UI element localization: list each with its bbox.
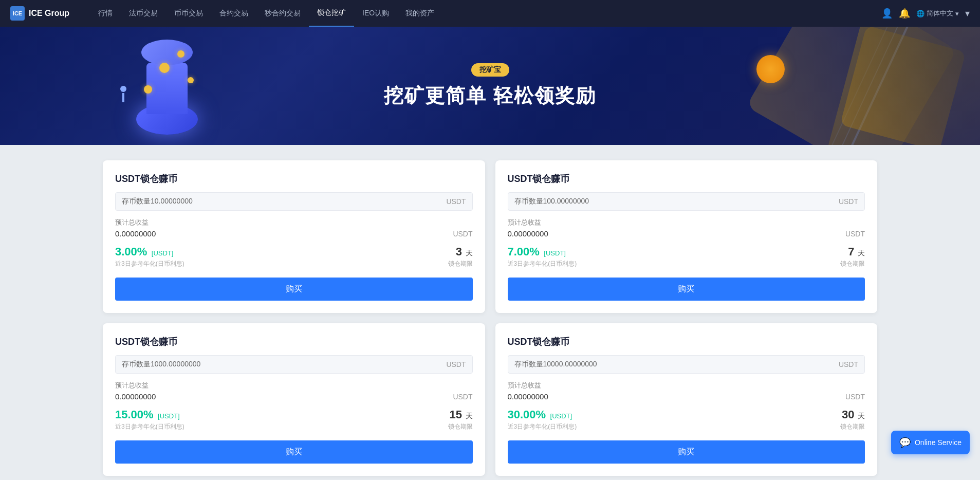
buy-button-2[interactable]: 购买 <box>508 278 865 301</box>
nav-item-coin[interactable]: 币币交易 <box>166 0 211 27</box>
online-service-button[interactable]: 💬 Online Service <box>891 431 970 454</box>
amount-currency-4: USDT <box>839 360 858 368</box>
navbar-right: 👤 🔔 🌐 简体中文 ▾ ▾ <box>881 8 970 19</box>
amount-value-4: 存币数量10000.00000000 <box>514 360 839 369</box>
buy-button-3[interactable]: 购买 <box>115 440 473 464</box>
hero-content: 挖矿宝 挖矿更简单 轻松领奖励 <box>384 63 596 109</box>
rate-tag-4: [USDT] <box>550 412 572 420</box>
product-card-2: USDT锁仓赚币 存币数量100.00000000 USDT 预计总收益 0.0… <box>495 160 878 313</box>
earnings-row-4: 0.00000000 USDT <box>508 392 865 401</box>
amount-value-3: 存币数量1000.00000000 <box>122 360 446 369</box>
rate-percent-2: 7.00% <box>508 245 540 258</box>
buy-button-4[interactable]: 购买 <box>508 440 865 464</box>
rate-left-3: 15.00% [USDT] 近3日参考年化(日币利息) <box>115 408 184 431</box>
rate-desc-1: 近3日参考年化(日币利息) <box>115 260 184 268</box>
earnings-value-4: 0.00000000 <box>508 392 548 401</box>
logo-icon: ICE <box>10 6 25 21</box>
rate-left-2: 7.00% [USDT] 近3日参考年化(日币利息) <box>508 245 577 268</box>
brand-name: ICE Group <box>29 9 69 18</box>
rate-right-2: 7 天 锁仓期限 <box>840 245 865 268</box>
rate-tag-1: [USDT] <box>152 249 174 257</box>
days-label-1: 锁仓期限 <box>448 260 473 268</box>
chevron-down-icon: ▾ <box>955 10 959 17</box>
earnings-row-3: 0.00000000 USDT <box>115 392 473 401</box>
nav-links: 行情 法币交易 币币交易 合约交易 秒合约交易 锁仓挖矿 IEO认购 我的资产 <box>90 0 881 27</box>
globe-icon: 🌐 <box>916 10 924 17</box>
card-title-1: USDT锁仓赚币 <box>115 173 473 185</box>
earnings-unit-3: USDT <box>453 393 472 401</box>
earnings-unit-4: USDT <box>845 393 865 401</box>
amount-input-2[interactable]: 存币数量100.00000000 USDT <box>508 192 865 211</box>
rate-percent-3: 15.00% <box>115 408 154 421</box>
cards-grid: USDT锁仓赚币 存币数量10.00000000 USDT 预计总收益 0.00… <box>103 160 877 476</box>
earnings-value-3: 0.00000000 <box>115 392 156 401</box>
hero-illustration <box>103 27 231 145</box>
days-unit-2: 天 <box>858 249 865 257</box>
rate-percent-1: 3.00% <box>115 245 147 258</box>
rate-right-4: 30 天 锁仓期限 <box>840 408 865 431</box>
earnings-label-1: 预计总收益 <box>115 218 473 227</box>
days-label-2: 锁仓期限 <box>840 260 865 268</box>
card-title-3: USDT锁仓赚币 <box>115 336 473 348</box>
notification-icon[interactable]: 🔔 <box>899 8 910 19</box>
rate-right-3: 15 天 锁仓期限 <box>448 408 473 431</box>
navbar: ICE ICE Group 行情 法币交易 币币交易 合约交易 秒合约交易 锁仓… <box>0 0 980 27</box>
earnings-value-2: 0.00000000 <box>508 229 548 238</box>
buy-button-1[interactable]: 购买 <box>115 278 473 301</box>
amount-currency-3: USDT <box>446 360 466 368</box>
earnings-unit-1: USDT <box>453 230 472 238</box>
nav-item-assets[interactable]: 我的资产 <box>397 0 442 27</box>
nav-item-second-contract[interactable]: 秒合约交易 <box>256 0 309 27</box>
amount-value-1: 存币数量10.00000000 <box>122 197 446 206</box>
rate-left-1: 3.00% [USDT] 近3日参考年化(日币利息) <box>115 245 184 268</box>
hero-banner: 挖矿宝 挖矿更简单 轻松领奖励 <box>0 27 980 145</box>
days-value-3: 15 <box>450 408 462 421</box>
rate-desc-3: 近3日参考年化(日币利息) <box>115 422 184 431</box>
user-icon[interactable]: 👤 <box>881 8 893 19</box>
earnings-label-2: 预计总收益 <box>508 218 865 227</box>
amount-input-3[interactable]: 存币数量1000.00000000 USDT <box>115 355 473 374</box>
nav-item-market[interactable]: 行情 <box>90 0 121 27</box>
online-service-label: Online Service <box>915 438 961 447</box>
card-title-2: USDT锁仓赚币 <box>508 173 865 185</box>
more-icon[interactable]: ▾ <box>965 8 970 19</box>
product-card-1: USDT锁仓赚币 存币数量10.00000000 USDT 预计总收益 0.00… <box>103 160 485 313</box>
rate-row-3: 15.00% [USDT] 近3日参考年化(日币利息) 15 天 锁仓期限 <box>115 408 473 431</box>
amount-input-1[interactable]: 存币数量10.00000000 USDT <box>115 192 473 211</box>
earnings-label-4: 预计总收益 <box>508 381 865 390</box>
rate-desc-2: 近3日参考年化(日币利息) <box>508 260 577 268</box>
earnings-label-3: 预计总收益 <box>115 381 473 390</box>
days-value-1: 3 <box>456 245 462 258</box>
chat-icon: 💬 <box>899 437 911 448</box>
earnings-value-1: 0.00000000 <box>115 229 156 238</box>
earnings-row-2: 0.00000000 USDT <box>508 229 865 238</box>
language-selector[interactable]: 🌐 简体中文 ▾ <box>916 9 959 18</box>
nav-item-mining[interactable]: 锁仓挖矿 <box>309 0 354 27</box>
amount-currency-2: USDT <box>839 197 858 206</box>
rate-row-1: 3.00% [USDT] 近3日参考年化(日币利息) 3 天 锁仓期限 <box>115 245 473 268</box>
days-value-2: 7 <box>848 245 854 258</box>
nav-item-fiat[interactable]: 法币交易 <box>121 0 166 27</box>
rate-tag-3: [USDT] <box>158 412 180 420</box>
earnings-row-1: 0.00000000 USDT <box>115 229 473 238</box>
days-unit-4: 天 <box>858 412 865 420</box>
rate-left-4: 30.00% [USDT] 近3日参考年化(日币利息) <box>508 408 577 431</box>
rate-right-1: 3 天 锁仓期限 <box>448 245 473 268</box>
days-unit-1: 天 <box>466 249 473 257</box>
logo[interactable]: ICE ICE Group <box>10 6 69 21</box>
rate-desc-4: 近3日参考年化(日币利息) <box>508 422 577 431</box>
card-title-4: USDT锁仓赚币 <box>508 336 865 348</box>
nav-item-ieo[interactable]: IEO认购 <box>354 0 397 27</box>
rate-percent-4: 30.00% <box>508 408 546 421</box>
sun-decoration <box>756 55 785 83</box>
amount-value-2: 存币数量100.00000000 <box>514 197 839 206</box>
amount-currency-1: USDT <box>446 197 466 206</box>
main-content: USDT锁仓赚币 存币数量10.00000000 USDT 预计总收益 0.00… <box>0 145 980 480</box>
earnings-unit-2: USDT <box>845 230 865 238</box>
rate-row-4: 30.00% [USDT] 近3日参考年化(日币利息) 30 天 锁仓期限 <box>508 408 865 431</box>
days-unit-3: 天 <box>466 412 473 420</box>
amount-input-4[interactable]: 存币数量10000.00000000 USDT <box>508 355 865 374</box>
rate-row-2: 7.00% [USDT] 近3日参考年化(日币利息) 7 天 锁仓期限 <box>508 245 865 268</box>
nav-item-contract[interactable]: 合约交易 <box>211 0 256 27</box>
days-value-4: 30 <box>842 408 854 421</box>
